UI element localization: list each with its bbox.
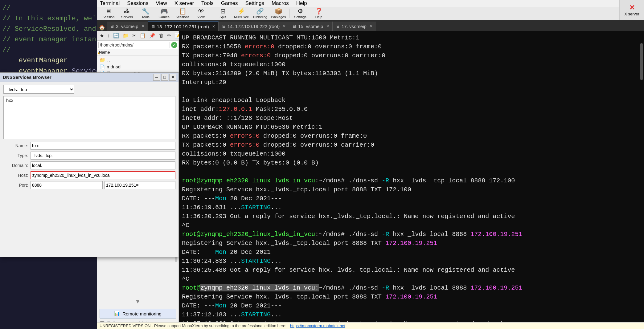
fp-btn-newdir[interactable]: 📁 — [121, 32, 130, 39]
packages-icon: 📦 — [275, 7, 282, 15]
tab-root222[interactable]: 🖥 14. 172.100.19.222 (root) ✕ — [219, 22, 289, 31]
menubar: Terminal Sessions View X server Tools Ga… — [97, 0, 644, 7]
dns-domain-input[interactable] — [31, 161, 175, 169]
fp-btn-cut[interactable]: ✂ — [131, 32, 137, 39]
tab-vsomeip1[interactable]: 🖥 3. vsomeip ✕ — [107, 22, 148, 31]
tab-root251[interactable]: 🖥 13. 172.100.19.251 (root) ✕ — [148, 22, 219, 31]
sessions-button[interactable]: 📋 Sessions — [174, 7, 191, 19]
file-path-bar: ✓ — [97, 41, 178, 49]
fp-btn-rename[interactable]: ✏ — [166, 32, 172, 39]
session-icon: 🖥 — [105, 8, 112, 15]
unregistered-link[interactable]: https://mobaxterm.mobatek.net — [290, 323, 345, 328]
fp-btn-bookmark[interactable]: ★ — [98, 32, 105, 39]
help-icon: ❓ — [315, 7, 323, 15]
moba-toolbar: Terminal Sessions View X server Tools Ga… — [97, 0, 644, 20]
service-type-dropdown[interactable]: _lvds._tcp — [3, 85, 74, 94]
xserver-button[interactable]: ✕ X server — [619, 0, 644, 20]
dns-service-item-hxx[interactable]: hxx — [5, 97, 174, 104]
split-button[interactable]: ⊟ Split — [214, 7, 232, 19]
menu-tools[interactable]: Tools — [200, 0, 215, 6]
tab-icon-root251: 🖥 — [151, 24, 155, 29]
tunneling-button[interactable]: 🔗 Tunneling — [251, 7, 269, 19]
remote-monitoring-button[interactable]: 📊 Remote monitoring — [100, 309, 176, 319]
menu-terminal[interactable]: Terminal — [99, 0, 121, 6]
dns-port-input[interactable] — [31, 181, 103, 189]
multiexec-button[interactable]: ⚡ MultiExec — [232, 7, 250, 19]
home-tab-icon[interactable]: 🏠 — [99, 25, 105, 31]
xserver-icon: ✕ — [629, 4, 635, 12]
tab-icon-vsomeip1: 🖥 — [110, 24, 114, 29]
sidebar-star[interactable]: ★ — [97, 49, 103, 56]
terminal-scrollbar[interactable] — [640, 43, 643, 80]
menu-sessions[interactable]: Sessions — [126, 0, 149, 6]
multiexec-icon: ⚡ — [238, 7, 245, 15]
tools-button[interactable]: 🔧 Tools — [137, 7, 154, 19]
terminal-output: UP BROADCAST RUNNING MULTICAST MTU:1500 … — [182, 33, 641, 329]
tab-close-vsomeip3[interactable]: ✕ — [370, 24, 373, 28]
fp-btn-refresh[interactable]: 🔄 — [112, 32, 121, 39]
session-button[interactable]: 🖥 Session — [100, 7, 117, 19]
servers-button[interactable]: 🖧 Servers — [118, 7, 136, 19]
fp-btn-delete[interactable]: 🗑 — [158, 32, 165, 39]
port-ip-row — [31, 181, 175, 189]
dns-host-input[interactable] — [31, 171, 175, 179]
dns-titlebar-buttons: ─ □ ✕ — [153, 74, 176, 81]
tab-close-vsomeip1[interactable]: ✕ — [142, 24, 145, 28]
servers-icon: 🖧 — [124, 8, 130, 15]
file-path-input[interactable] — [98, 42, 170, 48]
tab-close-root251[interactable]: ✕ — [212, 24, 215, 29]
packages-button[interactable]: 📦 Packages — [269, 7, 287, 19]
folder-icon: 📁 — [100, 57, 105, 63]
dns-content: _lvds._tcp hxx Name: Type: Domain: Host:… — [0, 82, 178, 257]
tunneling-icon: 🔗 — [256, 7, 264, 15]
terminal-area[interactable]: UP BROADCAST RUNNING MULTICAST MTU:1500 … — [179, 31, 644, 329]
file-list-header: Name — [97, 49, 178, 55]
view-button[interactable]: 👁 View — [192, 7, 210, 19]
tab-vsomeip2[interactable]: 🖥 15. vsomeip ✕ — [289, 22, 333, 31]
dns-type-input[interactable] — [31, 152, 175, 160]
dns-ip-input[interactable] — [105, 181, 175, 189]
dns-service-list[interactable]: hxx — [3, 96, 175, 139]
help-button[interactable]: ❓ Help — [310, 7, 328, 19]
tab-icon-vsomeip3: 🖥 — [336, 24, 340, 29]
file-item-parent[interactable]: 📁 .. — [97, 57, 178, 63]
menu-games[interactable]: Games — [220, 0, 239, 6]
domain-label: Domain: — [3, 163, 28, 168]
menu-view[interactable]: View — [155, 0, 168, 6]
unregistered-text: UNREGISTERED VERSION - Please support Mo… — [100, 323, 286, 328]
unregistered-bar: UNREGISTERED VERSION - Please support Mo… — [97, 322, 644, 329]
maximize-button[interactable]: □ — [161, 74, 168, 81]
games-button[interactable]: 🎮 Games — [155, 7, 173, 19]
toolbar-separator-2 — [289, 9, 289, 18]
dns-dropdown-row: _lvds._tcp — [3, 85, 175, 94]
close-button[interactable]: ✕ — [169, 74, 176, 81]
minimize-button[interactable]: ─ — [153, 74, 160, 81]
settings-icon: ⚙ — [297, 7, 303, 15]
fp-btn-copy[interactable]: 📋 — [138, 32, 147, 39]
tab-close-root222[interactable]: ✕ — [283, 24, 286, 28]
tools-icon: 🔧 — [142, 7, 150, 15]
tab-icon-root222: 🖥 — [222, 24, 226, 29]
dns-name-input[interactable] — [31, 142, 175, 150]
tab-close-vsomeip2[interactable]: ✕ — [326, 24, 329, 28]
file-path-ok-button[interactable]: ✓ — [171, 42, 177, 48]
menu-xserver[interactable]: X server — [174, 0, 195, 6]
view-icon: 👁 — [198, 8, 204, 15]
dns-browser-window: DNSServices Browser ─ □ ✕ _lvds._tcp hxx… — [0, 72, 179, 257]
settings-button[interactable]: ⚙ Settings — [291, 7, 309, 19]
name-label: Name: — [3, 143, 28, 148]
fp-btn-up[interactable]: ↑ — [106, 32, 111, 39]
menu-settings[interactable]: Settings — [244, 0, 265, 6]
scroll-bottom: ▼ — [100, 297, 176, 306]
fp-btn-paste[interactable]: 📌 — [148, 32, 157, 39]
menu-macros[interactable]: Macros — [271, 0, 290, 6]
dns-titlebar: DNSServices Browser ─ □ ✕ — [0, 73, 178, 82]
tab-vsomeip3[interactable]: 🖥 17. vsomeip ✕ — [333, 22, 376, 31]
file-item-mdnsd[interactable]: 📄 mdnsd — [97, 63, 178, 70]
tab-icon-vsomeip2: 🖥 — [292, 24, 296, 29]
icon-bar: 🖥 Session 🖧 Servers 🔧 Tools 🎮 Games 📋 Se… — [97, 7, 644, 20]
dns-window-title: DNSServices Browser — [3, 75, 51, 80]
host-label: Host: — [3, 173, 28, 178]
menu-help[interactable]: Help — [295, 0, 308, 6]
type-label: Type: — [3, 153, 28, 158]
